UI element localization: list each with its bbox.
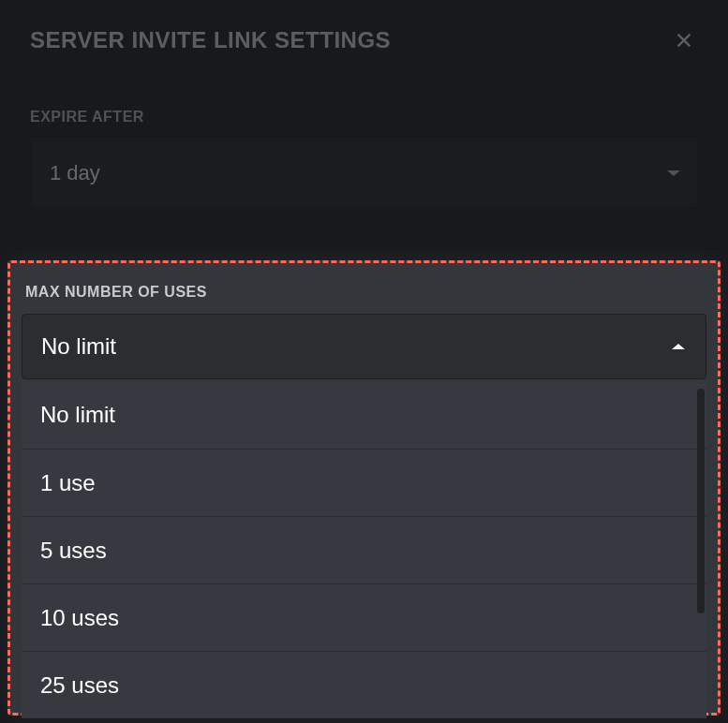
close-icon — [674, 30, 694, 51]
chevron-down-icon — [667, 170, 680, 176]
expire-label: Expire after — [30, 109, 698, 125]
modal-title: Server invite link settings — [30, 27, 391, 53]
dropdown-option[interactable]: 10 uses — [22, 583, 706, 651]
expire-select[interactable]: 1 day — [30, 139, 698, 208]
max-uses-select[interactable]: No limit — [22, 314, 706, 379]
modal-dimmed-area: Server invite link settings Expire after… — [0, 0, 728, 208]
dropdown-scrollbar[interactable] — [697, 389, 705, 613]
dropdown-option[interactable]: 25 uses — [22, 651, 706, 718]
dropdown-option[interactable]: 1 use — [22, 449, 706, 516]
max-uses-dropdown: No limit 1 use 5 uses 10 uses 25 uses — [22, 381, 706, 718]
close-button[interactable] — [670, 26, 698, 54]
dropdown-option[interactable]: 5 uses — [22, 516, 706, 583]
expire-value: 1 day — [50, 161, 100, 185]
max-uses-value: No limit — [41, 333, 116, 360]
max-uses-highlighted-area: Max number of uses No limit No limit 1 u… — [7, 260, 721, 716]
modal-header: Server invite link settings — [30, 26, 698, 54]
expire-field: Expire after 1 day — [30, 109, 698, 208]
max-uses-label: Max number of uses — [25, 284, 706, 301]
chevron-up-icon — [672, 344, 685, 349]
dropdown-option[interactable]: No limit — [22, 381, 706, 449]
